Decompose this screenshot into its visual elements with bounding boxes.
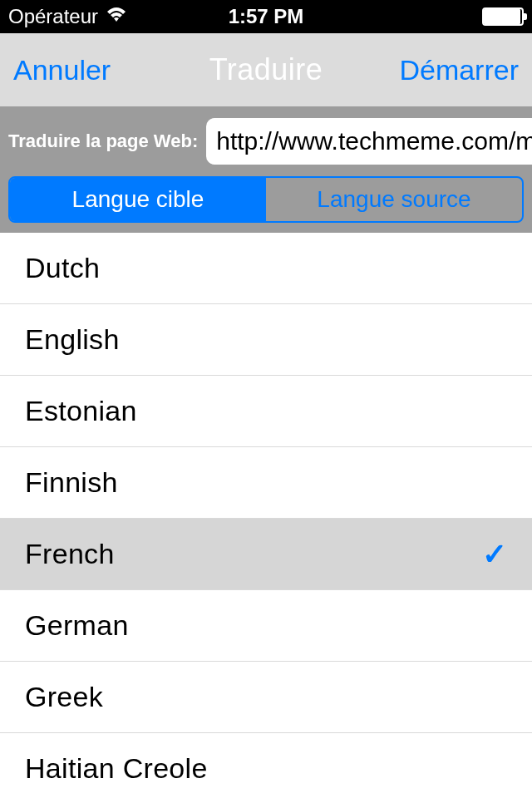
language-label: Dutch: [25, 252, 100, 284]
segment-source-language[interactable]: Langue source: [266, 178, 522, 221]
list-item[interactable]: Greek: [0, 662, 532, 733]
language-label: French: [25, 538, 115, 570]
segment-target-language[interactable]: Langue cible: [10, 178, 266, 221]
status-left: Opérateur: [8, 5, 128, 28]
list-item[interactable]: German: [0, 590, 532, 662]
language-label: German: [25, 609, 129, 642]
language-label: Haitian Creole: [25, 752, 208, 785]
wifi-icon: [105, 5, 128, 28]
list-item[interactable]: Estonian: [0, 376, 532, 447]
list-item[interactable]: French✓: [0, 519, 532, 590]
language-label: Estonian: [25, 395, 137, 427]
language-label: English: [25, 323, 120, 356]
list-item[interactable]: English: [0, 304, 532, 376]
url-row: Traduire la page Web:: [8, 118, 524, 165]
toolbar: Traduire la page Web: Langue cible Langu…: [0, 106, 532, 233]
url-label: Traduire la page Web:: [8, 131, 198, 152]
status-right: [479, 7, 524, 26]
language-list: DutchEnglishEstonianFinnishFrench✓German…: [0, 233, 532, 798]
checkmark-icon: ✓: [482, 537, 507, 572]
url-input[interactable]: [206, 118, 532, 165]
carrier-label: Opérateur: [8, 5, 98, 28]
language-label: Finnish: [25, 466, 118, 499]
language-label: Greek: [25, 681, 103, 713]
page-title: Traduire: [209, 52, 323, 87]
start-button[interactable]: Démarrer: [399, 54, 519, 86]
status-bar: Opérateur 1:57 PM: [0, 0, 532, 33]
list-item[interactable]: Finnish: [0, 447, 532, 519]
battery-icon: [482, 7, 524, 26]
cancel-button[interactable]: Annuler: [13, 54, 111, 86]
status-time: 1:57 PM: [229, 5, 304, 28]
list-item[interactable]: Haitian Creole: [0, 733, 532, 798]
segmented-control: Langue cible Langue source: [8, 176, 524, 223]
nav-bar: Annuler Traduire Démarrer: [0, 33, 532, 106]
list-item[interactable]: Dutch: [0, 233, 532, 304]
